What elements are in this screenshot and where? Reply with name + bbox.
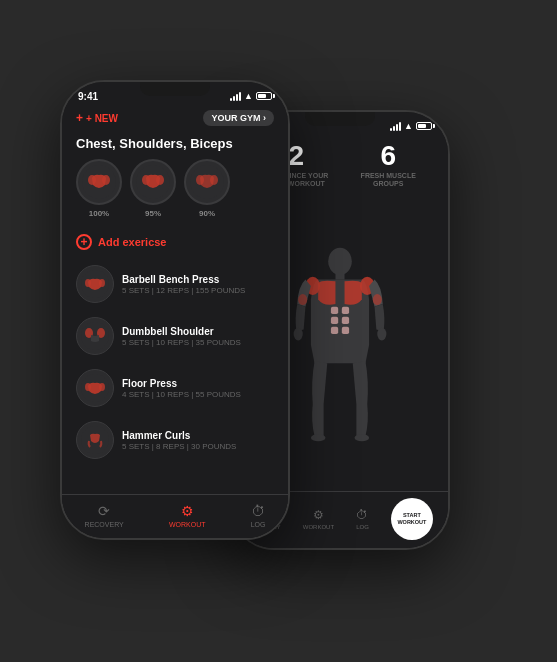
- back-tab-workout-label: WORKOUT: [303, 524, 334, 530]
- svg-point-13: [355, 434, 370, 441]
- muscle-pct-0: 100%: [89, 209, 109, 218]
- front-header: + + NEW YOUR GYM ›: [62, 106, 288, 132]
- gym-label: YOUR GYM ›: [211, 113, 266, 123]
- svg-point-21: [156, 175, 164, 185]
- svg-rect-5: [342, 307, 349, 314]
- svg-point-10: [294, 328, 303, 341]
- front-tab-log[interactable]: ⏱ LOG: [251, 503, 266, 528]
- svg-rect-9: [342, 327, 349, 334]
- stat-muscles-num: 6: [361, 142, 416, 170]
- workout-icon-front: ⚙: [181, 503, 194, 519]
- exercise-meta-1: 5 SETS | 10 REPS | 35 POUNDS: [122, 338, 274, 347]
- front-tab-recovery[interactable]: ⟳ RECOVERY: [85, 503, 124, 528]
- exercise-icon-0: [76, 265, 114, 303]
- svg-rect-8: [331, 327, 338, 334]
- muscle-circle-item-1: 95%: [130, 159, 176, 218]
- battery-icon-front: [256, 92, 272, 100]
- muscle-circle-svg-2: [188, 163, 226, 201]
- body-figure-svg: [280, 245, 400, 445]
- signal-icon-front: [230, 92, 241, 101]
- svg-point-23: [196, 175, 204, 185]
- new-button[interactable]: + + NEW: [76, 111, 118, 125]
- svg-point-17: [88, 175, 96, 185]
- status-icons-back: ▲: [390, 121, 432, 131]
- svg-rect-7: [342, 317, 349, 324]
- exercise-info-0: Barbell Bench Press 5 SETS | 12 REPS | 1…: [122, 274, 274, 295]
- signal-icon-back: [390, 122, 401, 131]
- wifi-icon-front: ▲: [244, 91, 253, 101]
- stat-muscles-label: FRESH MUSCLE GROUPS: [361, 172, 416, 189]
- exercise-item-3[interactable]: Hammer Curls 5 SETS | 8 REPS | 30 POUNDS: [62, 414, 288, 466]
- front-tab-log-label: LOG: [251, 521, 266, 528]
- muscle-circles: 100% 95%: [62, 159, 288, 228]
- exercise-meta-3: 5 SETS | 8 REPS | 30 POUNDS: [122, 442, 274, 451]
- new-label: + NEW: [86, 113, 118, 124]
- front-tab-workout-label: WORKOUT: [169, 521, 206, 528]
- muscle-circle-1: [130, 159, 176, 205]
- svg-point-18: [102, 175, 110, 185]
- stat-muscles: 6 FRESH MUSCLE GROUPS: [361, 142, 416, 189]
- add-icon: +: [76, 234, 92, 250]
- front-tab-bar: ⟳ RECOVERY ⚙ WORKOUT ⏱ LOG: [62, 494, 288, 538]
- back-tab-log-label: LOG: [356, 524, 369, 530]
- log-icon-front: ⏱: [251, 503, 265, 519]
- workout-title: Chest, Shoulders, Biceps: [62, 132, 288, 159]
- start-workout-button[interactable]: START WORKOUT: [391, 498, 433, 540]
- svg-rect-1: [335, 272, 344, 279]
- exercise-icon-1: [76, 317, 114, 355]
- svg-point-26: [85, 279, 91, 287]
- exercise-item-0[interactable]: Barbell Bench Press 5 SETS | 12 REPS | 1…: [62, 258, 288, 310]
- muscle-pct-2: 90%: [199, 209, 215, 218]
- exercise-item-2[interactable]: Floor Press 4 SETS | 10 REPS | 55 POUNDS: [62, 362, 288, 414]
- svg-point-14: [298, 294, 307, 305]
- recovery-icon-front: ⟳: [98, 503, 110, 519]
- gym-button[interactable]: YOUR GYM ›: [203, 110, 274, 126]
- muscle-circle-svg-0: [80, 163, 118, 201]
- exercise-info-2: Floor Press 4 SETS | 10 REPS | 55 POUNDS: [122, 378, 274, 399]
- workout-icon-back: ⚙: [313, 508, 324, 522]
- svg-point-15: [373, 294, 382, 305]
- add-exercise-button[interactable]: + Add exericse: [62, 228, 288, 258]
- svg-point-12: [311, 434, 326, 441]
- exercise-icon-3: [76, 421, 114, 459]
- back-tab-workout[interactable]: ⚙ WORKOUT: [303, 508, 334, 530]
- muscle-circle-svg-1: [134, 163, 172, 201]
- svg-point-24: [210, 175, 218, 185]
- svg-point-20: [142, 175, 150, 185]
- svg-rect-4: [331, 307, 338, 314]
- exercise-name-3: Hammer Curls: [122, 430, 274, 441]
- muscle-pct-1: 95%: [145, 209, 161, 218]
- plus-icon: +: [76, 111, 83, 125]
- svg-point-32: [85, 383, 91, 391]
- muscle-circle-item-2: 90%: [184, 159, 230, 218]
- front-screen: 9:41 ▲ + + NEW YOUR GYM › Chest, Shou: [62, 82, 288, 538]
- battery-icon-back: [416, 122, 432, 130]
- wifi-icon-back: ▲: [404, 121, 413, 131]
- exercise-icon-2: [76, 369, 114, 407]
- muscle-circle-0: [76, 159, 122, 205]
- log-icon-back: ⏱: [356, 508, 368, 522]
- exercise-item-1[interactable]: Dumbbell Shoulder 5 SETS | 10 REPS | 35 …: [62, 310, 288, 362]
- notch-front: [140, 82, 210, 96]
- status-time-front: 9:41: [78, 91, 98, 102]
- exercise-name-2: Floor Press: [122, 378, 274, 389]
- phone-front: 9:41 ▲ + + NEW YOUR GYM › Chest, Shou: [60, 80, 290, 540]
- svg-rect-6: [331, 317, 338, 324]
- svg-point-27: [99, 279, 105, 287]
- svg-point-0: [328, 248, 352, 275]
- muscle-circle-item-0: 100%: [76, 159, 122, 218]
- exercise-meta-0: 5 SETS | 12 REPS | 155 POUNDS: [122, 286, 274, 295]
- notch-back: [305, 112, 375, 126]
- status-icons-front: ▲: [230, 91, 272, 101]
- exercise-info-1: Dumbbell Shoulder 5 SETS | 10 REPS | 35 …: [122, 326, 274, 347]
- add-exercise-label: Add exericse: [98, 236, 166, 248]
- exercise-info-3: Hammer Curls 5 SETS | 8 REPS | 30 POUNDS: [122, 430, 274, 451]
- exercise-list: Barbell Bench Press 5 SETS | 12 REPS | 1…: [62, 258, 288, 494]
- front-tab-workout[interactable]: ⚙ WORKOUT: [169, 503, 206, 528]
- svg-point-33: [99, 383, 105, 391]
- exercise-name-0: Barbell Bench Press: [122, 274, 274, 285]
- muscle-circle-2: [184, 159, 230, 205]
- exercise-meta-2: 4 SETS | 10 REPS | 55 POUNDS: [122, 390, 274, 399]
- back-tab-log[interactable]: ⏱ LOG: [356, 508, 369, 530]
- svg-point-11: [377, 328, 386, 341]
